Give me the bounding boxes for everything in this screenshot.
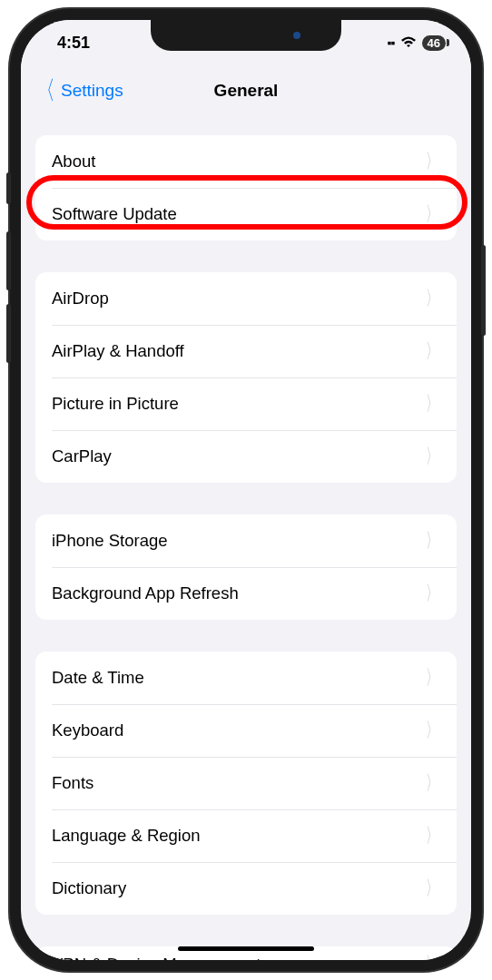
home-indicator[interactable] xyxy=(178,946,314,951)
row-label: Software Update xyxy=(52,204,177,224)
chevron-right-icon: 〉 xyxy=(426,822,438,849)
row-keyboard[interactable]: Keyboard 〉 xyxy=(35,704,457,757)
row-picture-in-picture[interactable]: Picture in Picture 〉 xyxy=(35,377,457,430)
row-fonts[interactable]: Fonts 〉 xyxy=(35,757,457,809)
row-label: Language & Region xyxy=(52,826,201,846)
row-about[interactable]: About 〉 xyxy=(35,135,457,188)
row-background-app-refresh[interactable]: Background App Refresh 〉 xyxy=(35,567,457,620)
back-label: Settings xyxy=(61,81,123,101)
row-carplay[interactable]: CarPlay 〉 xyxy=(35,430,457,483)
row-label: AirDrop xyxy=(52,289,109,309)
silence-switch xyxy=(6,172,11,204)
row-label: AirPlay & Handoff xyxy=(52,341,184,361)
chevron-right-icon: 〉 xyxy=(426,769,438,797)
chevron-right-icon: 〉 xyxy=(426,580,438,607)
cellular-icon: ▪▪ xyxy=(388,35,395,50)
battery-level: 46 xyxy=(428,36,440,50)
row-airdrop[interactable]: AirDrop 〉 xyxy=(35,272,457,325)
row-label: Date & Time xyxy=(52,668,144,688)
chevron-right-icon: 〉 xyxy=(426,875,438,902)
wifi-icon xyxy=(400,36,417,49)
row-label: Fonts xyxy=(52,773,93,793)
row-language-region[interactable]: Language & Region 〉 xyxy=(35,809,457,862)
notch xyxy=(151,20,341,51)
chevron-right-icon: 〉 xyxy=(426,390,438,417)
chevron-right-icon: 〉 xyxy=(426,148,438,175)
chevron-right-icon: 〉 xyxy=(426,338,438,365)
chevron-right-icon: 〉 xyxy=(426,717,438,744)
row-label: iPhone Storage xyxy=(52,531,168,551)
status-right: ▪▪ 46 xyxy=(388,35,446,51)
settings-group: iPhone Storage 〉 Background App Refresh … xyxy=(35,514,457,620)
page-title: General xyxy=(214,81,279,101)
chevron-right-icon: 〉 xyxy=(426,664,438,691)
row-label: Keyboard xyxy=(52,720,123,740)
row-date-time[interactable]: Date & Time 〉 xyxy=(35,652,457,704)
scroll-area[interactable]: About 〉 Software Update 〉 AirDrop 〉 xyxy=(21,115,471,960)
phone-frame: 4:51 ▪▪ 46 〈 Settings General About xyxy=(10,9,482,971)
back-button[interactable]: 〈 Settings xyxy=(21,78,123,103)
camera-dot xyxy=(293,32,300,39)
screen: 4:51 ▪▪ 46 〈 Settings General About xyxy=(21,20,471,960)
battery-icon: 46 xyxy=(422,35,446,51)
volume-down-button xyxy=(6,304,11,363)
chevron-right-icon: 〉 xyxy=(426,443,438,470)
row-dictionary[interactable]: Dictionary 〉 xyxy=(35,862,457,915)
row-iphone-storage[interactable]: iPhone Storage 〉 xyxy=(35,514,457,567)
volume-up-button xyxy=(6,231,11,290)
row-software-update[interactable]: Software Update 〉 xyxy=(35,188,457,240)
row-airplay-handoff[interactable]: AirPlay & Handoff 〉 xyxy=(35,325,457,377)
chevron-right-icon: 〉 xyxy=(426,527,438,554)
chevron-right-icon: 〉 xyxy=(426,201,438,228)
row-label: Background App Refresh xyxy=(52,583,239,603)
content: About 〉 Software Update 〉 AirDrop 〉 xyxy=(21,115,471,960)
chevron-right-icon: 〉 xyxy=(426,951,438,960)
row-label: CarPlay xyxy=(52,446,112,466)
row-label: About xyxy=(52,152,95,172)
settings-group: About 〉 Software Update 〉 xyxy=(35,135,457,240)
power-button xyxy=(481,245,486,336)
settings-group: Date & Time 〉 Keyboard 〉 Fonts 〉 Languag… xyxy=(35,652,457,915)
row-label: VPN & Device Management xyxy=(52,955,261,960)
settings-group: AirDrop 〉 AirPlay & Handoff 〉 Picture in… xyxy=(35,272,457,483)
nav-header: 〈 Settings General xyxy=(21,65,471,115)
row-label: Dictionary xyxy=(52,878,126,898)
row-label: Picture in Picture xyxy=(52,394,179,414)
chevron-right-icon: 〉 xyxy=(426,285,438,312)
status-time: 4:51 xyxy=(57,34,90,53)
chevron-left-icon: 〈 xyxy=(37,78,55,103)
